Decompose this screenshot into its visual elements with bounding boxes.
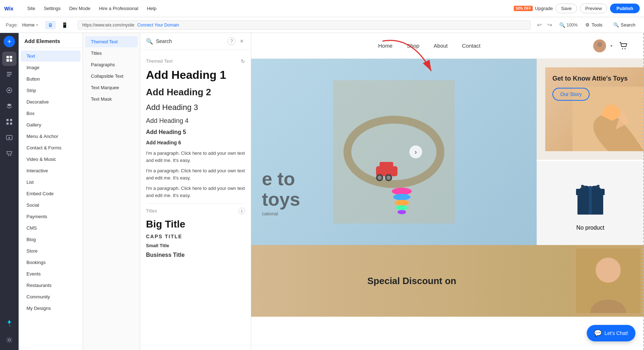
- add-heading-1[interactable]: Add Heading 1: [146, 68, 245, 82]
- site-menu[interactable]: Site: [24, 4, 38, 13]
- themed-text-panel-header: 🔍 Search ? ×: [140, 33, 251, 50]
- cart-icon[interactable]: [617, 39, 630, 52]
- element-item-blog[interactable]: Blog: [21, 234, 80, 245]
- element-item-payments[interactable]: Payments: [21, 211, 80, 222]
- element-item-mydesigns[interactable]: My Designs: [21, 303, 80, 314]
- svg-point-15: [10, 155, 11, 156]
- add-small-title[interactable]: Small Title: [146, 243, 245, 248]
- sidebar-icons: +: [0, 33, 19, 350]
- undo-button[interactable]: ↩: [535, 21, 544, 29]
- add-heading-6[interactable]: Add Heading 6: [146, 140, 245, 145]
- hero-next-arrow[interactable]: ›: [409, 145, 422, 158]
- svg-point-16: [8, 339, 10, 341]
- element-item-social[interactable]: Social: [21, 200, 80, 211]
- user-avatar[interactable]: [593, 39, 606, 52]
- element-item-box[interactable]: Box: [21, 108, 80, 119]
- sub-panel-paragraphs[interactable]: Paragraphs: [85, 59, 138, 70]
- add-big-title[interactable]: Big Title: [146, 219, 245, 230]
- publish-button[interactable]: Publish: [610, 4, 640, 13]
- hero-know-more: Get to Know Attie's Toys Our Story: [537, 59, 644, 160]
- panel-close-button[interactable]: ×: [238, 38, 245, 45]
- panel-help-button[interactable]: ?: [228, 37, 235, 45]
- element-item-list[interactable]: List: [21, 177, 80, 188]
- svg-rect-4: [10, 59, 12, 62]
- element-item-events[interactable]: Events: [21, 268, 80, 279]
- page-selector[interactable]: Home ▾: [22, 22, 38, 28]
- sidebar-icon-layers[interactable]: [2, 99, 16, 113]
- add-heading-5[interactable]: Add Heading 5: [146, 129, 245, 135]
- element-item-community[interactable]: Community: [21, 291, 80, 302]
- devmode-menu[interactable]: Dev Mode: [66, 4, 93, 13]
- element-item-menu[interactable]: Menu & Anchor: [21, 131, 80, 142]
- discount-title: Special Discount on: [367, 275, 457, 287]
- add-heading-2[interactable]: Add Heading 2: [146, 87, 245, 98]
- element-item-button[interactable]: Button: [21, 73, 80, 85]
- hire-professional-menu[interactable]: Hire a Professional: [96, 4, 141, 13]
- add-heading-3[interactable]: Add Heading 3: [146, 103, 245, 112]
- add-paragraph-2[interactable]: I'm a paragraph. Click here to add your …: [146, 167, 245, 181]
- nav-link-home[interactable]: Home: [378, 43, 392, 49]
- sidebar-icon-settings-bottom[interactable]: [2, 333, 16, 347]
- element-item-video[interactable]: Video & Music: [21, 154, 80, 165]
- our-story-button[interactable]: Our Story: [552, 88, 590, 101]
- svg-point-21: [625, 48, 626, 49]
- sidebar-icon-media[interactable]: [2, 130, 16, 145]
- sidebar-icon-design[interactable]: [2, 83, 16, 97]
- help-menu[interactable]: Help: [144, 4, 159, 13]
- sub-panel-marquee[interactable]: Text Marquee: [85, 82, 138, 93]
- zoom-control[interactable]: 🔍 100%: [559, 22, 578, 28]
- upgrade-button[interactable]: 50% OFF Upgrade: [514, 6, 553, 11]
- sub-panel-collapsible[interactable]: Collapsible Text: [85, 71, 138, 82]
- element-item-store[interactable]: Store: [21, 245, 80, 256]
- element-item-embed[interactable]: Embed Code: [21, 188, 80, 199]
- add-caps-title[interactable]: CAPS TITLE: [146, 234, 245, 239]
- element-item-text[interactable]: Text: [21, 51, 80, 62]
- sub-panel-themed-text[interactable]: Themed Text: [85, 36, 138, 47]
- add-business-title[interactable]: Business Title: [146, 252, 245, 258]
- element-item-strip[interactable]: Strip: [21, 85, 80, 96]
- sub-panel-mask[interactable]: Text Mask: [85, 94, 138, 105]
- add-element-plus-button[interactable]: +: [4, 36, 15, 47]
- add-paragraph-3[interactable]: I'm a paragraph. Click here to add your …: [146, 185, 245, 199]
- site-navigation: Home Shop About Contact ▾: [251, 33, 644, 59]
- settings-menu[interactable]: Settings: [41, 4, 63, 13]
- tools-button[interactable]: ⚙ Tools: [582, 21, 605, 29]
- sync-button[interactable]: ↻: [241, 58, 245, 64]
- svg-rect-7: [7, 76, 10, 76]
- svg-point-20: [622, 48, 623, 49]
- sidebar-icon-elements[interactable]: [2, 52, 16, 66]
- save-button[interactable]: Save: [556, 4, 577, 13]
- avatar-chevron-icon: ▾: [610, 43, 613, 48]
- element-item-decorative[interactable]: Decorative: [21, 96, 80, 107]
- add-heading-4[interactable]: Add Heading 4: [146, 117, 245, 125]
- chat-button[interactable]: 💬 Let's Chat!: [587, 325, 636, 341]
- desktop-view-button[interactable]: 🖥: [45, 21, 56, 29]
- titles-info-icon[interactable]: ℹ: [239, 208, 245, 214]
- sidebar-icon-sparkle[interactable]: [2, 316, 16, 330]
- element-item-restaurants[interactable]: Restaurants: [21, 280, 80, 291]
- redo-button[interactable]: ↪: [545, 21, 554, 29]
- search-button[interactable]: 🔍 Search: [610, 21, 638, 29]
- connect-domain-link[interactable]: Connect Your Domain: [137, 23, 179, 28]
- element-item-interactive[interactable]: Interactive: [21, 165, 80, 176]
- svg-point-32: [393, 194, 410, 200]
- top-navigation: Wix Site Settings Dev Mode Hire a Profes…: [0, 0, 644, 17]
- element-item-bookings[interactable]: Bookings: [21, 257, 80, 268]
- sub-panel-titles[interactable]: Titles: [85, 48, 138, 59]
- nav-link-contact[interactable]: Contact: [462, 43, 480, 49]
- preview-button[interactable]: Preview: [580, 4, 607, 13]
- hero-slogan: e to toys: [262, 169, 300, 210]
- page-label: Page:: [6, 22, 18, 28]
- mobile-view-button[interactable]: 📱: [59, 21, 70, 29]
- element-item-image[interactable]: Image: [21, 62, 80, 73]
- element-item-cms[interactable]: CMS: [21, 222, 80, 234]
- nav-link-shop[interactable]: Shop: [407, 43, 419, 49]
- nav-link-about[interactable]: About: [434, 43, 448, 49]
- url-bar: https://www.wix.com/mysite Connect Your …: [78, 20, 531, 30]
- element-item-gallery[interactable]: Gallery: [21, 119, 80, 130]
- sidebar-icon-store[interactable]: [2, 146, 16, 160]
- sidebar-icon-pages[interactable]: [2, 67, 16, 82]
- sidebar-icon-apps[interactable]: [2, 115, 16, 129]
- add-paragraph-1[interactable]: I'm a paragraph. Click here to add your …: [146, 150, 245, 164]
- element-item-contact[interactable]: Contact & Forms: [21, 142, 80, 153]
